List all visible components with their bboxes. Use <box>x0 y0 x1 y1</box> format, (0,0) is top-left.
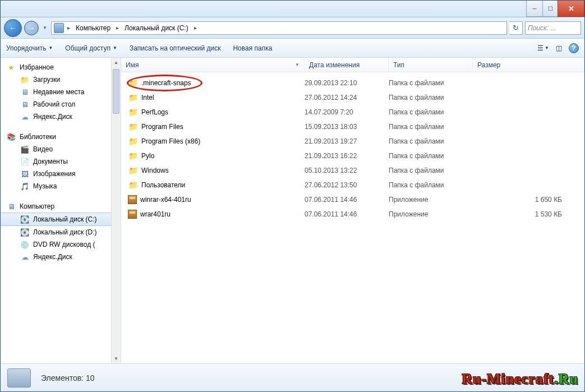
maximize-button[interactable]: ☐ <box>542 1 558 17</box>
sidebar-item-label: Музыка <box>33 182 57 190</box>
folder-icon: 📁 <box>128 137 138 146</box>
column-label: Тип <box>393 61 404 69</box>
view-options-button[interactable]: ☰ ▼ <box>537 44 549 52</box>
cloud-icon: ☁ <box>20 252 30 261</box>
file-row[interactable]: winrar-x64-401ru07.06.2011 14:46Приложен… <box>121 192 584 207</box>
column-header-type[interactable]: Тип <box>389 58 473 72</box>
cell-date: 27.06.2012 13:50 <box>305 181 389 189</box>
watermark: Ru-Minecraft.Ru <box>462 371 578 388</box>
file-row[interactable]: wrar401ru07.06.2011 14:46Приложение1 530… <box>121 207 584 222</box>
sidebar-header-libraries[interactable]: 📚 Библиотеки <box>1 131 121 143</box>
sidebar-item-label: Локальный диск (C:) <box>33 215 97 223</box>
sidebar-item-label: Яндекс.Диск <box>33 113 72 121</box>
file-name: winrar-x64-401ru <box>140 196 191 204</box>
sidebar-item-dvd[interactable]: 💿 DVD RW дисковод ( <box>1 238 121 251</box>
chevron-down-icon: ▼ <box>113 45 117 50</box>
scroll-up-button[interactable]: ▲ <box>112 58 121 67</box>
sidebar-item-label: Рабочий стол <box>33 100 75 108</box>
search-input[interactable]: Поиск: ... <box>525 21 581 35</box>
new-folder-button[interactable]: Новая папка <box>233 44 272 52</box>
disc-icon: 💿 <box>20 240 30 249</box>
preview-pane-button[interactable]: ◫ <box>556 44 562 52</box>
library-icon: 📚 <box>6 132 16 141</box>
cell-type: Приложение <box>389 210 473 218</box>
sidebar-item-downloads[interactable]: 📁 Загрузки <box>1 73 121 86</box>
file-row[interactable]: 📁PerfLogs14.07.2009 7:20Папка с файлами <box>121 105 584 119</box>
watermark-text-2: .Ru <box>554 371 578 387</box>
file-row[interactable]: 📁Program Files (x86)21.09.2013 19:27Папк… <box>121 134 584 149</box>
search-placeholder: Поиск: ... <box>528 24 556 32</box>
cell-name: 📁Пользователи <box>128 181 305 190</box>
list-view-icon: ☰ <box>537 44 543 52</box>
sidebar-group-favorites: ★ Избранное 📁 Загрузки 🖥 Недавние места … <box>1 61 121 123</box>
refresh-button[interactable]: ↻ <box>509 21 523 35</box>
preview-pane-icon: ◫ <box>556 44 562 52</box>
cell-size: 1 530 КБ <box>473 210 584 218</box>
scrollbar-thumb[interactable] <box>113 69 119 114</box>
drive-icon: 💽 <box>20 215 30 224</box>
cell-type: Папка с файлами <box>389 123 473 131</box>
sidebar-item-label: DVD RW дисковод ( <box>33 241 95 248</box>
file-row[interactable]: 📁.minecraft-snaps29.09.2013 22:10Папка с… <box>121 76 584 90</box>
cloud-icon: ☁ <box>20 112 30 121</box>
sidebar-item-drive-d[interactable]: 💽 Локальный диск (D:) <box>1 226 121 238</box>
sidebar-item-yandexdisk2[interactable]: ☁ Яндекс.Диск <box>1 251 121 263</box>
file-name: Intel <box>141 94 154 102</box>
minimize-button[interactable]: ─ <box>526 1 543 17</box>
folder-icon: 📁 <box>128 181 138 190</box>
share-menu[interactable]: Общий доступ ▼ <box>65 44 117 52</box>
file-row[interactable]: 📁Windows05.10.2013 13:22Папка с файлами <box>121 163 584 178</box>
window-controls: ─ ☐ ✕ <box>527 1 584 17</box>
history-dropdown[interactable]: ▼ <box>41 23 49 33</box>
sidebar-header-favorites[interactable]: ★ Избранное <box>1 61 121 73</box>
sidebar-item-desktop[interactable]: 🖥 Рабочий стол <box>1 98 121 110</box>
cell-date: 07.06.2011 14:46 <box>305 210 389 218</box>
sidebar-item-recent[interactable]: 🖥 Недавние места <box>1 86 121 98</box>
computer-label: Компьютер <box>20 202 54 210</box>
sidebar-item-drive-c[interactable]: 💽 Локальный диск (C:) <box>1 213 121 226</box>
sidebar-header-computer[interactable]: 🖥 Компьютер <box>1 200 121 213</box>
file-row[interactable]: 📁Пользователи27.06.2012 13:50Папка с фай… <box>121 178 584 192</box>
back-button[interactable]: ← <box>4 19 22 37</box>
file-row[interactable]: 📁Pylo21.09.2013 16:22Папка с файлами <box>121 149 584 163</box>
sidebar-item-pictures[interactable]: 🖼 Изображения <box>1 168 121 180</box>
breadcrumb-separator: ▸ <box>65 25 72 31</box>
column-header-size[interactable]: Размер <box>473 58 584 72</box>
sidebar-item-yandexdisk[interactable]: ☁ Яндекс.Диск <box>1 110 121 123</box>
folder-icon: 📁 <box>128 79 138 87</box>
computer-icon: 🖥 <box>6 202 16 211</box>
file-name: wrar401ru <box>140 210 171 218</box>
desktop-icon: 🖥 <box>20 100 30 109</box>
navigation-pane: ★ Избранное 📁 Загрузки 🖥 Недавние места … <box>1 58 121 363</box>
sidebar-item-videos[interactable]: 🎬 Видео <box>1 143 121 155</box>
column-header-date[interactable]: Дата изменения <box>305 58 389 72</box>
file-row[interactable]: 📁Intel27.06.2012 14:24Папка с файлами <box>121 90 584 105</box>
burn-button[interactable]: Записать на оптический диск <box>130 44 221 52</box>
file-name: Program Files <box>141 123 183 131</box>
cell-type: Папка с файлами <box>389 181 473 189</box>
watermark-text-1: Ru-Minecraft <box>462 371 554 387</box>
navigation-bar: ← → ▼ ▸ Компьютер ▸ Локальный диск (C:) … <box>1 17 584 39</box>
breadcrumb-segment[interactable]: Компьютер <box>73 23 113 33</box>
breadcrumb-segment[interactable]: Локальный диск (C:) <box>122 23 191 33</box>
organize-menu[interactable]: Упорядочить ▼ <box>6 44 53 52</box>
sidebar-item-documents[interactable]: 📄 Документы <box>1 155 121 168</box>
picture-icon: 🖼 <box>20 169 30 178</box>
forward-button[interactable]: → <box>24 21 39 35</box>
address-bar[interactable]: ▸ Компьютер ▸ Локальный диск (C:) ▸ <box>51 21 507 35</box>
close-button[interactable]: ✕ <box>558 1 584 17</box>
file-name: Пользователи <box>141 181 185 189</box>
organize-label: Упорядочить <box>6 44 46 52</box>
drive-icon <box>54 23 64 33</box>
sidebar-scrollbar[interactable]: ▲ ▼ <box>111 58 121 363</box>
help-button[interactable]: ? <box>569 43 579 53</box>
sidebar-item-music[interactable]: 🎵 Музыка <box>1 180 121 192</box>
scroll-down-button[interactable]: ▼ <box>112 354 121 363</box>
file-name: Program Files (x86) <box>141 137 200 145</box>
app-icon <box>128 195 137 204</box>
column-header-name[interactable]: Имя ▼ <box>121 58 305 72</box>
cell-type: Папка с файлами <box>389 108 473 116</box>
status-count: 10 <box>86 373 95 382</box>
file-row[interactable]: 📁Program Files15.09.2013 18:03Папка с фа… <box>121 119 584 134</box>
file-list: 📁.minecraft-snaps29.09.2013 22:10Папка с… <box>121 72 584 363</box>
